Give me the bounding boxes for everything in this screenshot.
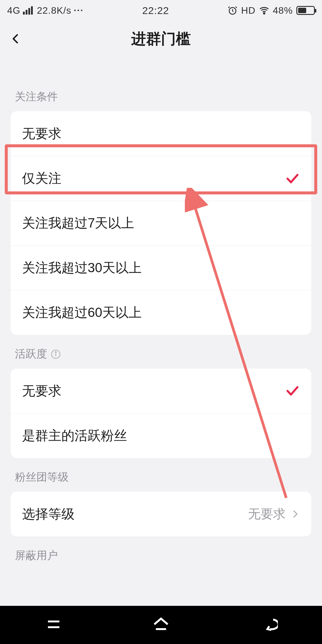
network-type: 4G — [7, 5, 21, 16]
home-icon — [151, 615, 171, 634]
alarm-icon — [227, 5, 238, 16]
clock: 22:22 — [84, 5, 227, 16]
section-label-fan-level: 粉丝团等级 — [0, 458, 322, 492]
option-label: 仅关注 — [22, 170, 285, 187]
follow-option-1[interactable]: 仅关注 — [11, 156, 311, 201]
follow-option-2[interactable]: 关注我超过7天以上 — [11, 201, 311, 245]
section-label-blocked: 屏蔽用户 — [0, 536, 322, 563]
activity-option-1[interactable]: 是群主的活跃粉丝 — [11, 413, 311, 458]
option-label: 是群主的活跃粉丝 — [22, 427, 300, 445]
follow-option-4[interactable]: 关注我超过60天以上 — [11, 290, 311, 335]
follow-option-0[interactable]: 无要求 — [11, 111, 311, 156]
check-icon — [285, 383, 300, 398]
chevron-right-icon — [291, 510, 300, 518]
more-dots-icon: ··· — [74, 5, 84, 16]
wifi-icon — [259, 5, 269, 16]
android-nav-bar — [0, 606, 322, 644]
option-label: 无要求 — [22, 125, 300, 143]
title-bar: 进群门槛 — [0, 21, 322, 57]
check-icon — [285, 171, 300, 186]
fan-level-value: 无要求 — [248, 506, 286, 522]
option-label: 关注我超过7天以上 — [22, 214, 300, 232]
battery-percent: 48% — [273, 5, 293, 16]
option-label: 选择等级 — [22, 505, 248, 523]
network-speed: 22.8K/s — [37, 5, 72, 16]
nav-recent-button[interactable] — [44, 615, 63, 635]
back-icon — [259, 615, 278, 634]
battery-icon — [296, 6, 315, 15]
fan-level-row[interactable]: 选择等级 无要求 — [11, 492, 311, 536]
section-label-follow: 关注条件 — [0, 78, 322, 111]
activity-options-card: 无要求 是群主的活跃粉丝 — [11, 369, 311, 458]
option-label: 关注我超过60天以上 — [22, 304, 300, 321]
activity-option-0[interactable]: 无要求 — [11, 369, 311, 413]
info-icon[interactable] — [51, 349, 61, 359]
option-label: 关注我超过30天以上 — [22, 259, 300, 277]
menu-icon — [44, 615, 63, 634]
fan-level-card: 选择等级 无要求 — [11, 492, 311, 536]
status-bar: 4G 22.8K/s ··· 22:22 HD 48% — [0, 0, 322, 21]
section-label-activity: 活跃度 — [0, 335, 322, 369]
svg-point-1 — [264, 13, 265, 14]
follow-options-card: 无要求 仅关注 关注我超过7天以上 关注我超过30天以上 关注我超过60天以上 — [11, 111, 311, 335]
nav-home-button[interactable] — [151, 615, 171, 635]
signal-bars-icon — [23, 6, 33, 15]
svg-point-4 — [55, 352, 56, 353]
follow-option-3[interactable]: 关注我超过30天以上 — [11, 245, 311, 290]
hd-label: HD — [241, 5, 256, 16]
nav-back-button[interactable] — [259, 615, 278, 635]
option-label: 无要求 — [22, 382, 285, 400]
page-title: 进群门槛 — [8, 29, 314, 49]
